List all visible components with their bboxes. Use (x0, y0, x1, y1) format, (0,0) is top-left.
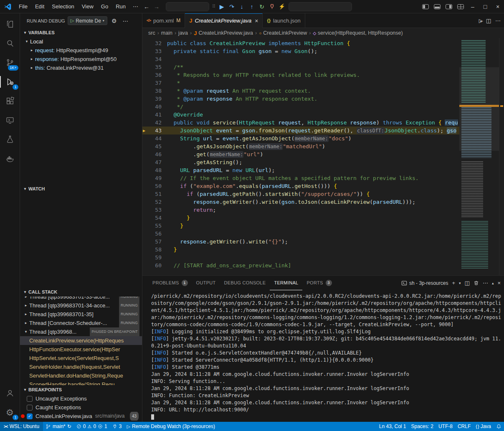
breadcrumb-item[interactable]: JCreateLinkPreview.java (194, 30, 253, 36)
variables-scope-row[interactable]: ▾Local (20, 37, 142, 46)
problems-indicator[interactable]: 0 ⚠ 0 1 (74, 422, 110, 431)
code-line-46[interactable]: 46 .get(memberName:"url") (142, 150, 459, 158)
docker-icon[interactable] (0, 149, 20, 168)
code-line-60[interactable]: 60 // [START add_ons_case_preview_link] (142, 261, 459, 269)
panel-tab-debug-console[interactable]: DEBUG CONSOLE (220, 276, 270, 290)
debug-settings-gear-icon[interactable]: ⚙ (110, 18, 119, 24)
accounts-icon[interactable] (0, 383, 20, 403)
tab-launch.json[interactable]: {}launch.json (263, 13, 305, 28)
notifications-bell[interactable] (494, 422, 504, 431)
code-line-57[interactable]: 57 response.getWriter().write("{}"); (142, 238, 459, 246)
menu-file[interactable]: File (15, 2, 31, 11)
code-line-33[interactable]: 33 private static final Gson gson = new … (142, 47, 459, 55)
continue-button[interactable]: ▶ (217, 2, 227, 12)
breakpoint-row[interactable]: Uncaught Exceptions (20, 394, 142, 403)
close-tab-icon[interactable]: × (255, 18, 258, 24)
toggle-panel-icon[interactable] (434, 4, 441, 9)
minimap[interactable] (459, 38, 499, 275)
thread-row[interactable]: ▸Thread [Connector-Scheduler-...RUNNING (20, 319, 142, 327)
toggle-secondary-sidebar-icon[interactable] (446, 4, 452, 9)
remote-indicator[interactable]: >< WSL: Ubuntu (0, 422, 43, 431)
stack-frame-row[interactable]: ServletHolder.handle(Request,Servlet (20, 363, 142, 371)
thread-row[interactable]: ▸Thread [qtp399683701-34-acce...RUNNING (20, 301, 142, 310)
sidebar-more-actions-icon[interactable]: ⋯ (121, 18, 130, 24)
breadcrumb-item[interactable]: src (148, 30, 155, 36)
start-debug-icon[interactable]: ▷ (71, 18, 74, 23)
thread-row[interactable]: ▸Thread [qtp399683701-33-acce...RUNNING (20, 297, 142, 301)
variable-row[interactable]: ▸this: CreateLinkPreview@31 (20, 63, 142, 72)
language-mode-indicator[interactable]: { } Java (473, 422, 494, 431)
code-line-34[interactable]: 34 (142, 55, 459, 63)
stack-frame-row[interactable]: CreateLinkPreview.service(HttpReques (20, 336, 142, 345)
code-line-51[interactable]: 51 if (parsedURL.getPath().startsWith("/… (142, 190, 459, 198)
code-line-37[interactable]: 37 * (142, 79, 459, 87)
debug-config-dropdown[interactable]: ▷ Remote De ▾ (68, 16, 107, 25)
explorer-icon[interactable] (0, 15, 20, 34)
customize-layout-icon[interactable] (457, 4, 464, 9)
debug-session-indicator[interactable]: ▷ Remote Debug Watch (3p-resources) (124, 422, 217, 431)
code-line-50[interactable]: 50 if ("example.com".equals(parsedURL.ge… (142, 182, 459, 190)
disconnect-button[interactable] (267, 2, 277, 12)
eol-indicator[interactable]: CRLF (455, 422, 473, 431)
variable-row[interactable]: ▸request: HttpRequestImpl@49 (20, 46, 142, 55)
panel-more-actions-button[interactable]: ⋯ (483, 280, 488, 286)
run-java-button[interactable]: ▷▾ (479, 18, 482, 24)
code-line-55[interactable]: 55 } (142, 222, 459, 230)
extensions-icon[interactable] (0, 91, 20, 111)
maximize-button[interactable]: □ (479, 0, 491, 13)
split-terminal-button[interactable]: ◫ (465, 280, 470, 286)
watch-section-header[interactable]: ▾ WATCH (20, 184, 142, 193)
step-out-button[interactable]: ↑ (247, 2, 257, 12)
cursor-position-indicator[interactable]: Ln 43, Col 1 (377, 422, 409, 431)
breakpoint-row[interactable]: ✓CreateLinkPreview.javasrc/main/java43 (20, 412, 142, 421)
panel-tab-output[interactable]: OUTPUT (192, 276, 220, 290)
code-line-45[interactable]: 45 .getAsJsonObject(memberName:"matchedU… (142, 142, 459, 150)
overview-ruler[interactable] (499, 38, 504, 275)
drag-handle-icon[interactable]: ⠿ (211, 4, 217, 9)
tab-pom.xml[interactable]: </>pom.xmlM (142, 13, 185, 28)
close-panel-button[interactable]: × (497, 280, 501, 286)
code-line-39[interactable]: 39 * @param response An HTTP response co… (142, 95, 459, 103)
git-branch-indicator[interactable]: main* ↻ (43, 422, 74, 431)
command-center-right[interactable] (289, 2, 352, 11)
settings-gear-icon[interactable]: ⚙ 1 (0, 403, 20, 422)
tab-CreateLinkPreview.java[interactable]: JCreateLinkPreview.java× (185, 13, 263, 28)
code-line-54[interactable]: 54 } (142, 214, 459, 222)
nav-forward-button[interactable]: → (152, 3, 162, 10)
maximize-panel-button[interactable]: ▴ (492, 281, 494, 285)
menu-selection[interactable]: Selection (48, 2, 78, 11)
close-button[interactable]: × (491, 0, 504, 13)
code-line-49[interactable]: 49 // If the event object URL matches a … (142, 174, 459, 182)
run-and-debug-icon[interactable]: 1 (0, 72, 20, 91)
breadcrumb-item[interactable]: main (161, 30, 172, 36)
breakpoint-checkbox[interactable]: ✓ (27, 413, 33, 419)
menu-overflow-button[interactable]: ⋯ (129, 3, 142, 10)
remote-explorer-icon[interactable] (0, 111, 20, 130)
restart-button[interactable]: ↻ (257, 2, 267, 12)
menu-run[interactable]: Run (112, 2, 129, 11)
search-icon[interactable] (0, 34, 20, 53)
toggle-sidebar-icon[interactable] (422, 4, 429, 9)
breadcrumb-item[interactable]: ◇service(HttpRequest, HttpResponse) (313, 30, 403, 36)
breakpoint-checkbox[interactable] (27, 396, 33, 402)
code-line-40[interactable]: 40 */ (142, 103, 459, 111)
stack-frame-row[interactable]: HttpFunctionExecutor.service(HttpSer (20, 345, 142, 354)
breakpoint-checkbox[interactable] (27, 405, 33, 411)
thread-row[interactable]: ▾Thread [qtp39968...PAUSED ON BREAKPOINT (20, 327, 142, 336)
menu-edit[interactable]: Edit (31, 2, 48, 11)
sync-icon[interactable]: ↻ (67, 423, 71, 429)
terminal-dropdown-icon[interactable]: ▾ (459, 281, 461, 285)
code-line-58[interactable]: 58 } (142, 246, 459, 254)
kill-terminal-button[interactable] (474, 280, 479, 286)
command-center-left[interactable] (166, 2, 209, 11)
code-line-32[interactable]: 32public class CreateLinkPreview impleme… (142, 39, 459, 47)
code-line-52[interactable]: 52 response.getWriter().write(gson.toJso… (142, 198, 459, 206)
code-line-41[interactable]: 41 @Override (142, 111, 459, 119)
terminal-instance-item[interactable]: sh - 3p-resources (401, 280, 448, 286)
code-editor[interactable]: 32public class CreateLinkPreview impleme… (142, 38, 504, 275)
forwarded-ports-indicator[interactable]: 3 (110, 422, 124, 431)
panel-tab-terminal[interactable]: TERMINAL (270, 276, 302, 290)
split-editor-button[interactable]: ◫ (486, 18, 491, 24)
menu-go[interactable]: Go (97, 2, 112, 11)
step-over-button[interactable]: ↷ (227, 2, 237, 12)
